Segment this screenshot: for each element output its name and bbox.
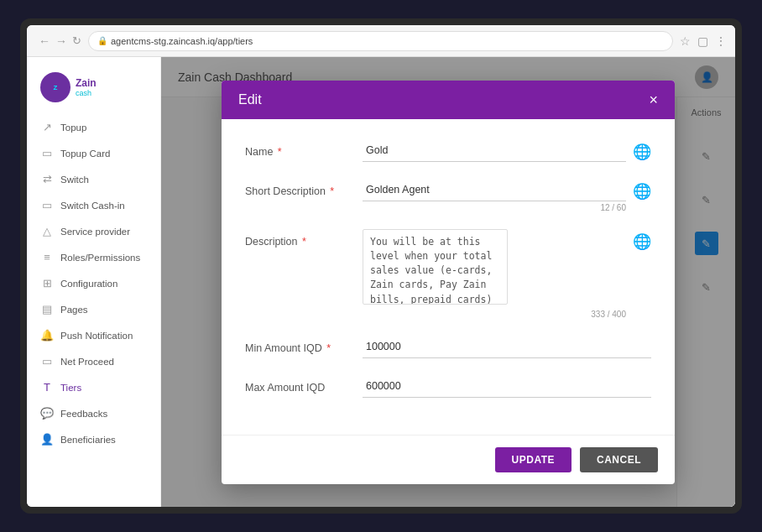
main-area: Zain Cash Dashboard 👤 Actions ✎ ✎ ✎ ✎ — [161, 57, 735, 507]
short-desc-required: * — [327, 185, 334, 197]
tiers-icon: T — [40, 381, 54, 394]
logo-name: Zain — [76, 77, 97, 89]
short-desc-input[interactable] — [363, 179, 626, 201]
logo-icon: Z — [40, 72, 70, 102]
min-amount-field-row: Min Amount IQD * — [245, 336, 651, 358]
app-content: Z Zain cash ↗ Topup ▭ Topup Card ⇄ — [27, 57, 735, 507]
sidebar-item-pages[interactable]: ▤ Pages — [27, 296, 160, 322]
notification-icon: 🔔 — [40, 329, 54, 342]
sidebar-label-feedbacks: Feedbacks — [60, 409, 107, 419]
sidebar-item-topup-card[interactable]: ▭ Topup Card — [27, 140, 160, 166]
sidebar-logo: Z Zain cash — [27, 64, 160, 114]
modal-close-button[interactable]: × — [649, 92, 658, 107]
name-field: 🌐 — [363, 139, 651, 162]
desc-field-row: Description * You will be at this level … — [245, 229, 651, 319]
max-amount-input[interactable] — [363, 375, 651, 398]
desc-globe-icon[interactable]: 🌐 — [633, 232, 651, 251]
modal-header: Edit × — [222, 81, 675, 119]
forward-button[interactable]: → — [55, 34, 67, 48]
short-desc-field-row: Short Description * 12 / 60 🌐 — [245, 179, 651, 212]
topup-icon: ↗ — [40, 121, 54, 133]
modal-title: Edit — [238, 92, 262, 107]
sidebar-label-service: Service provider — [60, 227, 130, 237]
sidebar-label-topup: Topup — [60, 123, 86, 133]
beneficiaries-icon: 👤 — [40, 433, 54, 446]
desc-field: You will be at this level when your tota… — [363, 229, 651, 319]
sidebar-label-push: Push Notification — [60, 331, 133, 341]
sidebar-label-roles: Roles/Permissions — [60, 253, 140, 263]
laptop-shell: ← → ↻ 🔒 agentcms-stg.zaincash.iq/app/tie… — [20, 18, 742, 514]
sidebar-label-net-proceed: Net Proceed — [60, 357, 114, 367]
browser-icons: ☆ ▢ ⋮ — [680, 34, 727, 48]
browser-bar: ← → ↻ 🔒 agentcms-stg.zaincash.iq/app/tie… — [27, 25, 735, 57]
modal-body: Name * 🌐 Short Description * — [222, 119, 675, 435]
address-bar[interactable]: 🔒 agentcms-stg.zaincash.iq/app/tiers — [88, 31, 673, 51]
max-amount-field-row: Max Amount IQD — [245, 375, 651, 398]
min-required: * — [324, 342, 331, 354]
window-icon[interactable]: ▢ — [697, 34, 708, 48]
short-desc-globe-icon[interactable]: 🌐 — [633, 182, 651, 201]
max-amount-field — [363, 375, 651, 398]
desc-char-count: 333 / 400 — [363, 310, 626, 319]
switch-icon: ⇄ — [40, 173, 54, 185]
desc-textarea[interactable]: You will be at this level when your tota… — [363, 229, 508, 305]
desc-label: Description * — [245, 229, 363, 248]
logo-sub: cash — [76, 89, 97, 97]
feedbacks-icon: 💬 — [40, 407, 54, 420]
browser-nav: ← → ↻ — [39, 34, 81, 48]
sidebar-item-push-notification[interactable]: 🔔 Push Notification — [27, 322, 160, 348]
sidebar-label-tiers: Tiers — [60, 383, 81, 393]
sidebar-label-beneficiaries: Beneficiaries — [60, 435, 116, 445]
star-icon[interactable]: ☆ — [680, 34, 691, 48]
service-icon: △ — [40, 225, 54, 237]
sidebar-item-switch[interactable]: ⇄ Switch — [27, 166, 160, 192]
name-required: * — [274, 146, 281, 158]
config-icon: ⊞ — [40, 277, 54, 289]
roles-icon: ≡ — [40, 251, 54, 263]
name-field-row: Name * 🌐 — [245, 139, 651, 162]
sidebar-item-configuration[interactable]: ⊞ Configuration — [27, 270, 160, 296]
short-desc-char-count: 12 / 60 — [363, 203, 626, 212]
sidebar-label-pages: Pages — [60, 305, 88, 315]
modal-overlay: Edit × Name * — [161, 57, 735, 507]
sidebar-label-switch: Switch — [60, 175, 89, 185]
min-amount-label: Min Amount IQD * — [245, 336, 363, 354]
min-amount-field — [363, 336, 651, 358]
name-globe-icon[interactable]: 🌐 — [633, 143, 651, 161]
max-amount-label: Max Amount IQD — [245, 375, 363, 394]
sidebar-item-roles[interactable]: ≡ Roles/Permissions — [27, 244, 160, 270]
pages-icon: ▤ — [40, 303, 54, 316]
edit-modal: Edit × Name * — [222, 81, 675, 484]
sidebar-item-topup[interactable]: ↗ Topup — [27, 114, 160, 140]
short-desc-field: 12 / 60 🌐 — [363, 179, 651, 212]
sidebar-item-service-provider[interactable]: △ Service provider — [27, 218, 160, 244]
sidebar-item-feedbacks[interactable]: 💬 Feedbacks — [27, 400, 160, 426]
net-proceed-icon: ▭ — [40, 355, 54, 368]
url-text: agentcms-stg.zaincash.iq/app/tiers — [111, 36, 253, 46]
sidebar-item-switch-cashin[interactable]: ▭ Switch Cash-in — [27, 192, 160, 218]
sidebar-item-beneficiaries[interactable]: 👤 Beneficiaries — [27, 426, 160, 452]
cancel-button[interactable]: CANCEL — [580, 447, 658, 472]
update-button[interactable]: UPDATE — [495, 447, 572, 472]
desc-required: * — [300, 236, 306, 248]
sidebar-item-tiers[interactable]: T Tiers — [27, 374, 160, 400]
menu-icon[interactable]: ⋮ — [715, 34, 727, 48]
back-button[interactable]: ← — [39, 34, 50, 48]
name-input[interactable] — [363, 139, 626, 162]
sidebar-item-net-proceed[interactable]: ▭ Net Proceed — [27, 348, 160, 374]
modal-footer: UPDATE CANCEL — [222, 435, 675, 484]
reload-button[interactable]: ↻ — [72, 34, 81, 47]
name-label: Name * — [245, 139, 363, 158]
sidebar-label-topup-card: Topup Card — [60, 149, 110, 159]
sidebar-label-config: Configuration — [60, 279, 117, 289]
min-amount-input[interactable] — [363, 336, 651, 358]
short-desc-wrapper: 12 / 60 — [363, 179, 626, 212]
short-desc-label: Short Description * — [245, 179, 363, 197]
screen: ← → ↻ 🔒 agentcms-stg.zaincash.iq/app/tie… — [27, 25, 735, 507]
desc-textarea-wrapper: You will be at this level when your tota… — [363, 229, 626, 319]
topup-card-icon: ▭ — [40, 147, 54, 159]
sidebar-label-switch-cashin: Switch Cash-in — [60, 201, 125, 211]
switch-cashin-icon: ▭ — [40, 199, 54, 211]
sidebar: Z Zain cash ↗ Topup ▭ Topup Card ⇄ — [27, 57, 161, 507]
